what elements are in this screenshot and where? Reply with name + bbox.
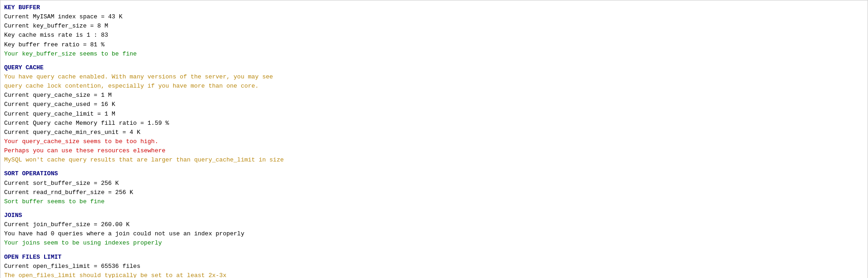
line: Current query_cache_size = 1 M [4,91,864,100]
section-open-files-limit: OPEN FILES LIMITCurrent open_files_limit… [4,253,864,278]
section-title-sort-operations: SORT OPERATIONS [4,169,864,178]
section-key-buffer: KEY BUFFERCurrent MyISAM index space = 4… [4,3,864,59]
line: Key buffer free ratio = 81 % [4,40,864,50]
output-container: KEY BUFFERCurrent MyISAM index space = 4… [0,0,868,278]
section-title-joins: JOINS [4,211,864,220]
section-joins: JOINSCurrent join_buffer_size = 260.00 K… [4,211,864,248]
line: Your key_buffer_size seems to be fine [4,50,864,59]
line: You have query cache enabled. With many … [4,72,864,82]
section-title-query-cache: QUERY CACHE [4,63,864,72]
line: Current open_files_limit = 65536 files [4,262,864,271]
line: Current read_rnd_buffer_size = 256 K [4,188,864,197]
line: Perhaps you can use these resources else… [4,146,864,156]
line: Current query_cache_used = 16 K [4,100,864,109]
line: Current key_buffer_size = 8 M [4,22,864,31]
line: Current query_cache_limit = 1 M [4,110,864,119]
line: Current query_cache_min_res_unit = 4 K [4,128,864,137]
line: Key cache miss rate is 1 : 83 [4,31,864,40]
line: Current join_buffer_size = 260.00 K [4,220,864,229]
section-query-cache: QUERY CACHEYou have query cache enabled.… [4,63,864,165]
line: Your query_cache_size seems to be too hi… [4,137,864,146]
line: query cache lock contention, especially … [4,82,864,91]
line: Sort buffer seems to be fine [4,197,864,206]
line: Your joins seem to be using indexes prop… [4,239,864,248]
line: MySQL won't cache query results that are… [4,156,864,165]
section-title-key-buffer: KEY BUFFER [4,3,864,12]
line: Current MyISAM index space = 43 K [4,12,864,22]
section-sort-operations: SORT OPERATIONSCurrent sort_buffer_size … [4,169,864,206]
line: The open_files_limit should typically be… [4,271,864,278]
line: Current sort_buffer_size = 256 K [4,179,864,188]
section-title-open-files-limit: OPEN FILES LIMIT [4,253,864,262]
line: You have had 0 queries where a join coul… [4,229,864,239]
line: Current Query cache Memory fill ratio = … [4,119,864,128]
